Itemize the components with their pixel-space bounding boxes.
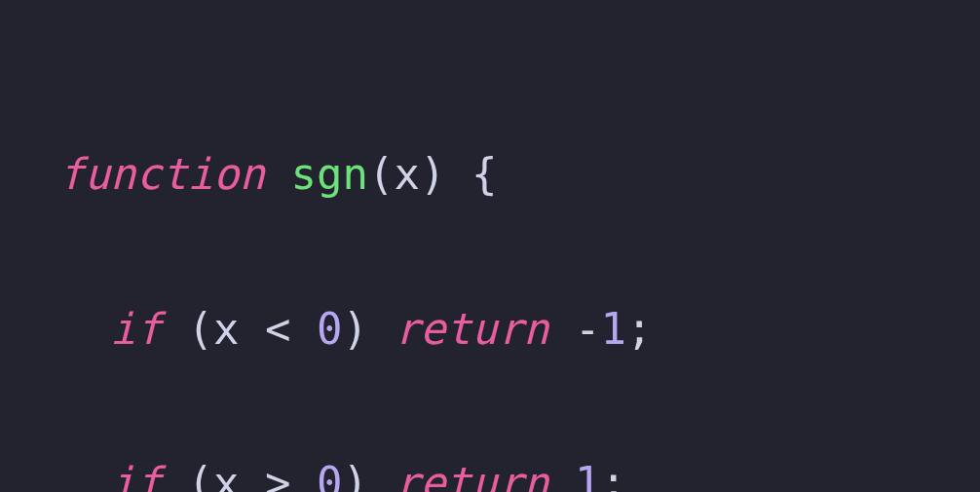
space	[162, 458, 188, 492]
code-line-3: if (x > 0) return 1;	[58, 444, 922, 492]
function-name: sgn	[290, 149, 367, 199]
var-x: x	[213, 304, 240, 354]
paren-open: (	[187, 458, 213, 492]
num-one: 1	[575, 458, 601, 492]
keyword-return: return	[394, 458, 548, 492]
paren-open: (	[368, 149, 395, 199]
num-zero: 0	[317, 304, 343, 354]
var-x: x	[213, 458, 240, 492]
op-minus: -	[575, 304, 601, 354]
space	[162, 304, 188, 354]
keyword-return: return	[394, 304, 548, 354]
paren-close: )	[342, 458, 368, 492]
space	[548, 458, 575, 492]
op-lt: <	[265, 304, 291, 354]
brace-open: {	[471, 149, 498, 199]
paren-close: )	[420, 149, 446, 199]
param-x: x	[394, 149, 420, 199]
semicolon: ;	[626, 304, 653, 354]
paren-close: )	[342, 304, 368, 354]
space	[368, 458, 395, 492]
indent	[58, 458, 110, 492]
paren-open: (	[187, 304, 213, 354]
semicolon: ;	[600, 458, 626, 492]
space	[548, 304, 575, 354]
num-one: 1	[600, 304, 626, 354]
keyword-if: if	[110, 304, 162, 354]
space	[239, 304, 265, 354]
num-zero: 0	[317, 458, 343, 492]
code-block: function sgn(x) { if (x < 0) return -1; …	[0, 0, 980, 492]
space	[290, 304, 317, 354]
keyword-function: function	[58, 149, 265, 199]
code-line-1: function sgn(x) {	[58, 135, 922, 212]
code-line-2: if (x < 0) return -1;	[58, 290, 922, 367]
space	[265, 149, 291, 199]
space	[290, 458, 317, 492]
space	[368, 304, 395, 354]
op-gt: >	[265, 458, 291, 492]
space	[239, 458, 265, 492]
keyword-if: if	[110, 458, 162, 492]
indent	[58, 304, 110, 354]
space	[445, 149, 471, 199]
